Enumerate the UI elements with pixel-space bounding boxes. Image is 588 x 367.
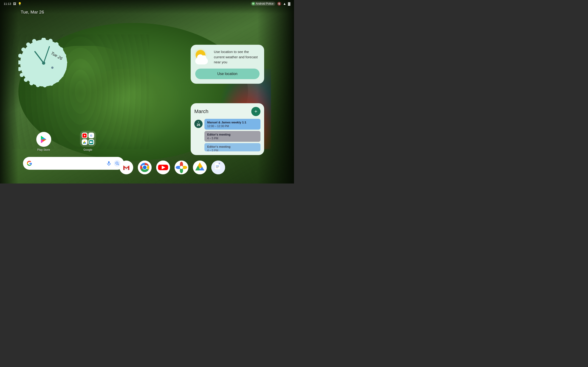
svg-rect-42	[108, 161, 110, 164]
svg-point-15	[20, 73, 24, 77]
event-date-column: T 26	[194, 119, 203, 151]
event-item[interactable]: Manuel & James weekly 1:1 12:00 – 12:30 …	[204, 119, 260, 130]
cloud-icon	[195, 58, 208, 65]
svg-point-7	[62, 67, 66, 71]
svg-point-9	[55, 78, 59, 82]
status-left: 11:13 🖼 💡	[4, 2, 22, 6]
svg-point-20	[26, 42, 30, 47]
weather-widget: Use location to see the current weather …	[191, 45, 264, 84]
battery-icon: ▓	[288, 2, 290, 6]
calendar-month: March	[194, 108, 208, 115]
dark-right	[257, 0, 294, 184]
weather-icon	[195, 50, 210, 65]
svg-point-2	[48, 39, 52, 43]
folder-youtube	[82, 133, 87, 138]
calendar-header: March +	[194, 107, 260, 116]
svg-rect-71	[216, 166, 219, 166]
date-top-left: Tue, Mar 26	[21, 10, 44, 15]
photos-app[interactable]	[174, 161, 188, 174]
svg-point-25	[42, 61, 45, 65]
svg-rect-72	[216, 167, 219, 167]
svg-point-3	[54, 42, 59, 46]
svg-rect-73	[216, 167, 218, 168]
calendar-events: T 26 Manuel & James weekly 1:1 12:00 – 1…	[194, 119, 260, 151]
event-item-partial[interactable]: Editor's meeting 4 – 5 PM	[204, 143, 260, 151]
android-police-icon: M	[252, 2, 255, 5]
svg-point-12	[36, 83, 40, 87]
drive-app[interactable]	[193, 161, 207, 174]
google-folder[interactable]: G Google	[79, 131, 96, 151]
event-date-number: 26	[197, 123, 200, 126]
dark-left	[0, 0, 18, 184]
gmail-app[interactable]	[120, 161, 133, 174]
folder-drive	[82, 139, 87, 145]
svg-point-4	[59, 47, 63, 51]
android-police-name: Android Police	[256, 2, 274, 5]
play-store-app[interactable]: Play Store	[36, 132, 52, 151]
play-store-icon-bg	[36, 132, 51, 147]
svg-rect-40	[90, 141, 92, 143]
docs-app[interactable]	[211, 161, 225, 174]
weather-description: Use location to see the current weather …	[214, 49, 259, 65]
play-store-label: Play Store	[37, 148, 50, 151]
event-time: 4 – 5 PM	[207, 137, 258, 140]
svg-rect-70	[219, 163, 220, 164]
event-list: Manuel & James weekly 1:1 12:00 – 12:30 …	[204, 119, 260, 151]
event-title: Manuel & James weekly 1:1	[207, 121, 258, 124]
clock-widget[interactable]: Tue 26	[18, 38, 69, 88]
event-date-badge: T 26	[194, 120, 203, 128]
event-time: 4 – 5 PM	[207, 149, 258, 151]
svg-point-10	[49, 82, 53, 86]
chrome-app[interactable]	[138, 161, 152, 174]
bulb-icon: 💡	[18, 2, 22, 6]
svg-point-11	[43, 83, 47, 87]
svg-line-45	[118, 164, 119, 165]
svg-point-19	[21, 48, 26, 52]
event-title: Editor's meeting	[207, 133, 258, 136]
search-bar[interactable]	[23, 157, 124, 170]
svg-point-13	[29, 81, 34, 85]
muted-icon: 🔇	[277, 2, 281, 6]
wifi-icon: ▲	[283, 2, 286, 6]
svg-point-52	[143, 166, 147, 169]
android-police-badge: M Android Police	[251, 2, 275, 6]
status-bar: 11:13 🖼 💡 M Android Police 🔇 ▲ ▓	[0, 0, 294, 7]
mic-icon[interactable]	[106, 160, 112, 167]
clock-face-svg: Tue 26	[18, 38, 69, 88]
svg-point-8	[60, 73, 64, 77]
svg-point-21	[32, 39, 36, 43]
calendar-add-button[interactable]: +	[251, 107, 260, 116]
google-g-logo	[27, 161, 32, 166]
folder-meet	[88, 139, 94, 145]
event-item[interactable]: Editor's meeting 4 – 5 PM	[204, 131, 260, 142]
svg-point-62	[180, 166, 183, 169]
event-title: Editor's meeting	[207, 145, 258, 148]
dock	[120, 161, 225, 174]
event-time: 12:00 – 12:30 PM	[207, 125, 258, 128]
svg-point-6	[63, 60, 67, 65]
screenshot-icon: 🖼	[13, 2, 16, 6]
google-folder-label: Google	[83, 148, 92, 151]
youtube-app[interactable]	[156, 161, 170, 174]
weather-content: Use location to see the current weather …	[195, 49, 259, 65]
svg-text:G: G	[90, 134, 92, 137]
play-store-logo	[40, 135, 48, 144]
calendar-widget: March + T 26 Manuel & James weekly 1:1 1…	[191, 103, 264, 155]
status-right: M Android Police 🔇 ▲ ▓	[251, 2, 290, 6]
folder-grid: G	[80, 131, 96, 147]
svg-point-26	[51, 67, 53, 69]
status-time: 11:13	[4, 2, 11, 6]
use-location-button[interactable]: Use location	[195, 69, 259, 79]
svg-point-14	[24, 78, 28, 82]
folder-google: G	[88, 133, 94, 138]
